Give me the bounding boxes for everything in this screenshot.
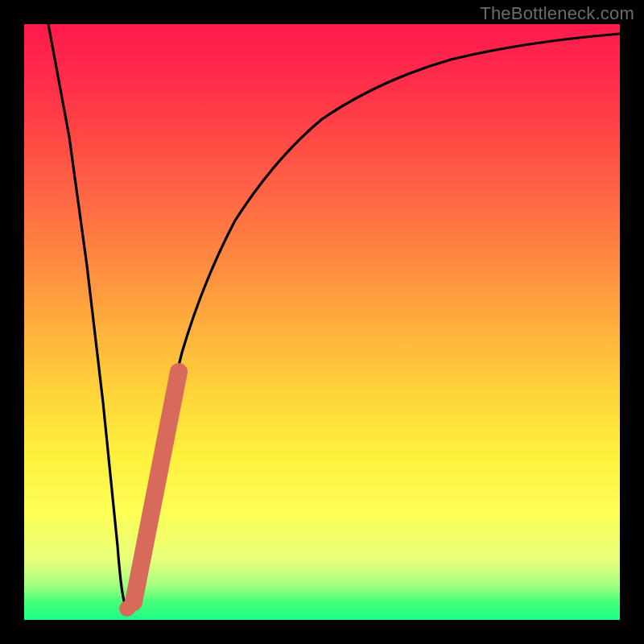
watermark-text: TheBottleneck.com (480, 3, 634, 24)
chart-overlay (24, 24, 620, 620)
highlight-segment (134, 372, 179, 602)
plot-area (24, 24, 620, 620)
bottleneck-curve (48, 24, 620, 607)
valley-marker (119, 601, 135, 617)
